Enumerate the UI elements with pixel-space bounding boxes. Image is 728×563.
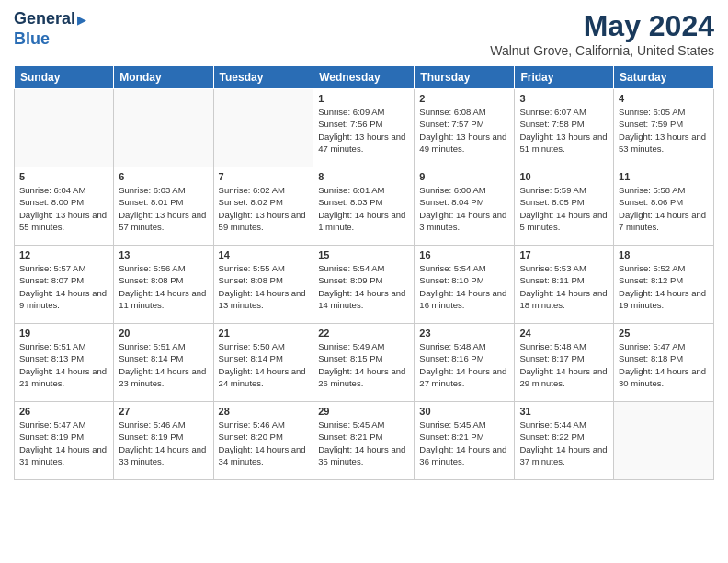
- calendar-cell: 5Sunrise: 6:04 AMSunset: 8:00 PMDaylight…: [15, 167, 114, 246]
- day-info: Sunrise: 5:51 AMSunset: 8:13 PMDaylight:…: [19, 340, 108, 389]
- day-number: 7: [219, 171, 309, 182]
- day-info: Sunrise: 5:50 AMSunset: 8:14 PMDaylight:…: [219, 340, 309, 389]
- calendar-week-2: 5Sunrise: 6:04 AMSunset: 8:00 PMDaylight…: [15, 167, 714, 246]
- calendar-cell: 9Sunrise: 6:00 AMSunset: 8:04 PMDaylight…: [415, 167, 515, 246]
- day-number: 16: [419, 249, 509, 260]
- day-number: 28: [219, 406, 309, 417]
- day-number: 25: [619, 327, 709, 339]
- calendar-cell: 20Sunrise: 5:51 AMSunset: 8:14 PMDayligh…: [114, 324, 213, 402]
- calendar-cell: 30Sunrise: 5:45 AMSunset: 8:21 PMDayligh…: [415, 402, 515, 480]
- title-area: May 2024 Walnut Grove, California, Unite…: [490, 9, 714, 58]
- day-info: Sunrise: 5:47 AMSunset: 8:19 PMDaylight:…: [19, 419, 108, 467]
- calendar-cell: 4Sunrise: 6:05 AMSunset: 7:59 PMDaylight…: [614, 89, 714, 167]
- location: Walnut Grove, California, United States: [490, 43, 714, 58]
- day-number: 1: [318, 93, 409, 104]
- day-info: Sunrise: 6:03 AMSunset: 8:01 PMDaylight:…: [119, 184, 208, 233]
- day-number: 19: [19, 327, 108, 339]
- calendar-cell: 1Sunrise: 6:09 AMSunset: 7:56 PMDaylight…: [313, 89, 415, 167]
- calendar-cell: 17Sunrise: 5:53 AMSunset: 8:11 PMDayligh…: [515, 246, 614, 324]
- day-info: Sunrise: 5:54 AMSunset: 8:09 PMDaylight:…: [318, 262, 409, 311]
- day-number: 13: [119, 249, 208, 260]
- header-friday: Friday: [515, 66, 614, 89]
- day-number: 18: [619, 249, 709, 260]
- day-number: 27: [119, 406, 208, 417]
- day-info: Sunrise: 5:59 AMSunset: 8:05 PMDaylight:…: [519, 184, 609, 233]
- calendar-cell: 19Sunrise: 5:51 AMSunset: 8:13 PMDayligh…: [15, 324, 114, 402]
- day-number: 29: [318, 406, 409, 417]
- header-tuesday: Tuesday: [213, 66, 313, 89]
- calendar-cell: 14Sunrise: 5:55 AMSunset: 8:08 PMDayligh…: [213, 246, 313, 324]
- header-wednesday: Wednesday: [313, 66, 415, 89]
- header-thursday: Thursday: [415, 66, 515, 89]
- day-number: 12: [19, 249, 108, 260]
- day-number: 11: [619, 171, 709, 182]
- day-number: 8: [318, 171, 409, 182]
- day-info: Sunrise: 6:09 AMSunset: 7:56 PMDaylight:…: [318, 106, 409, 155]
- calendar-cell: 24Sunrise: 5:48 AMSunset: 8:17 PMDayligh…: [515, 324, 614, 402]
- calendar-cell: [213, 89, 313, 167]
- day-info: Sunrise: 5:44 AMSunset: 8:22 PMDaylight:…: [519, 419, 609, 467]
- day-info: Sunrise: 6:00 AMSunset: 8:04 PMDaylight:…: [419, 184, 509, 233]
- day-number: 21: [219, 327, 309, 339]
- calendar-cell: [114, 89, 213, 167]
- day-number: 20: [119, 327, 208, 339]
- calendar-cell: 29Sunrise: 5:45 AMSunset: 8:21 PMDayligh…: [313, 402, 415, 480]
- calendar-cell: 25Sunrise: 5:47 AMSunset: 8:18 PMDayligh…: [614, 324, 714, 402]
- day-info: Sunrise: 6:08 AMSunset: 7:57 PMDaylight:…: [419, 106, 509, 155]
- month-title: May 2024: [490, 9, 714, 43]
- day-info: Sunrise: 6:02 AMSunset: 8:02 PMDaylight:…: [219, 184, 309, 233]
- day-info: Sunrise: 5:54 AMSunset: 8:10 PMDaylight:…: [419, 262, 509, 311]
- day-number: 10: [519, 171, 609, 182]
- day-number: 31: [519, 406, 609, 417]
- day-info: Sunrise: 5:48 AMSunset: 8:16 PMDaylight:…: [419, 340, 509, 389]
- day-info: Sunrise: 5:46 AMSunset: 8:19 PMDaylight:…: [119, 419, 208, 467]
- logo-text: General▶: [14, 9, 85, 29]
- calendar-cell: 13Sunrise: 5:56 AMSunset: 8:08 PMDayligh…: [114, 246, 213, 324]
- day-number: 14: [219, 249, 309, 260]
- day-number: 24: [519, 327, 609, 339]
- calendar-cell: 28Sunrise: 5:46 AMSunset: 8:20 PMDayligh…: [213, 402, 313, 480]
- day-info: Sunrise: 5:56 AMSunset: 8:08 PMDaylight:…: [119, 262, 208, 311]
- calendar-cell: 15Sunrise: 5:54 AMSunset: 8:09 PMDayligh…: [313, 246, 415, 324]
- calendar-cell: 27Sunrise: 5:46 AMSunset: 8:19 PMDayligh…: [114, 402, 213, 480]
- day-info: Sunrise: 5:55 AMSunset: 8:08 PMDaylight:…: [219, 262, 309, 311]
- calendar-week-5: 26Sunrise: 5:47 AMSunset: 8:19 PMDayligh…: [15, 402, 714, 480]
- day-info: Sunrise: 5:49 AMSunset: 8:15 PMDaylight:…: [318, 340, 409, 389]
- calendar-header-row: Sunday Monday Tuesday Wednesday Thursday…: [15, 66, 714, 89]
- calendar-cell: 18Sunrise: 5:52 AMSunset: 8:12 PMDayligh…: [614, 246, 714, 324]
- day-number: 6: [119, 171, 208, 182]
- calendar-cell: 6Sunrise: 6:03 AMSunset: 8:01 PMDaylight…: [114, 167, 213, 246]
- calendar-week-4: 19Sunrise: 5:51 AMSunset: 8:13 PMDayligh…: [15, 324, 714, 402]
- calendar-cell: 16Sunrise: 5:54 AMSunset: 8:10 PMDayligh…: [415, 246, 515, 324]
- day-number: 22: [318, 327, 409, 339]
- day-info: Sunrise: 5:45 AMSunset: 8:21 PMDaylight:…: [419, 419, 509, 467]
- calendar-week-3: 12Sunrise: 5:57 AMSunset: 8:07 PMDayligh…: [15, 246, 714, 324]
- day-info: Sunrise: 6:05 AMSunset: 7:59 PMDaylight:…: [619, 106, 709, 155]
- calendar-body: 1Sunrise: 6:09 AMSunset: 7:56 PMDaylight…: [15, 89, 714, 480]
- calendar-week-1: 1Sunrise: 6:09 AMSunset: 7:56 PMDaylight…: [15, 89, 714, 167]
- header-saturday: Saturday: [614, 66, 714, 89]
- day-number: 26: [19, 406, 108, 417]
- day-info: Sunrise: 5:46 AMSunset: 8:20 PMDaylight:…: [219, 419, 309, 467]
- calendar-cell: 22Sunrise: 5:49 AMSunset: 8:15 PMDayligh…: [313, 324, 415, 402]
- day-number: 17: [519, 249, 609, 260]
- calendar-cell: 2Sunrise: 6:08 AMSunset: 7:57 PMDaylight…: [415, 89, 515, 167]
- day-info: Sunrise: 6:04 AMSunset: 8:00 PMDaylight:…: [19, 184, 108, 233]
- day-info: Sunrise: 5:48 AMSunset: 8:17 PMDaylight:…: [519, 340, 609, 389]
- calendar-cell: 23Sunrise: 5:48 AMSunset: 8:16 PMDayligh…: [415, 324, 515, 402]
- day-info: Sunrise: 5:52 AMSunset: 8:12 PMDaylight:…: [619, 262, 709, 311]
- page-container: General▶ Blue May 2024 Walnut Grove, Cal…: [0, 0, 728, 489]
- calendar-cell: [614, 402, 714, 480]
- calendar-cell: 10Sunrise: 5:59 AMSunset: 8:05 PMDayligh…: [515, 167, 614, 246]
- calendar-cell: 8Sunrise: 6:01 AMSunset: 8:03 PMDaylight…: [313, 167, 415, 246]
- calendar-cell: [15, 89, 114, 167]
- header-monday: Monday: [114, 66, 213, 89]
- day-info: Sunrise: 5:58 AMSunset: 8:06 PMDaylight:…: [619, 184, 709, 233]
- day-number: 30: [419, 406, 509, 417]
- logo: General▶ Blue: [14, 9, 85, 49]
- header: General▶ Blue May 2024 Walnut Grove, Cal…: [14, 9, 714, 58]
- day-number: 15: [318, 249, 409, 260]
- calendar: Sunday Monday Tuesday Wednesday Thursday…: [14, 65, 714, 480]
- day-info: Sunrise: 5:51 AMSunset: 8:14 PMDaylight:…: [119, 340, 208, 389]
- calendar-cell: 3Sunrise: 6:07 AMSunset: 7:58 PMDaylight…: [515, 89, 614, 167]
